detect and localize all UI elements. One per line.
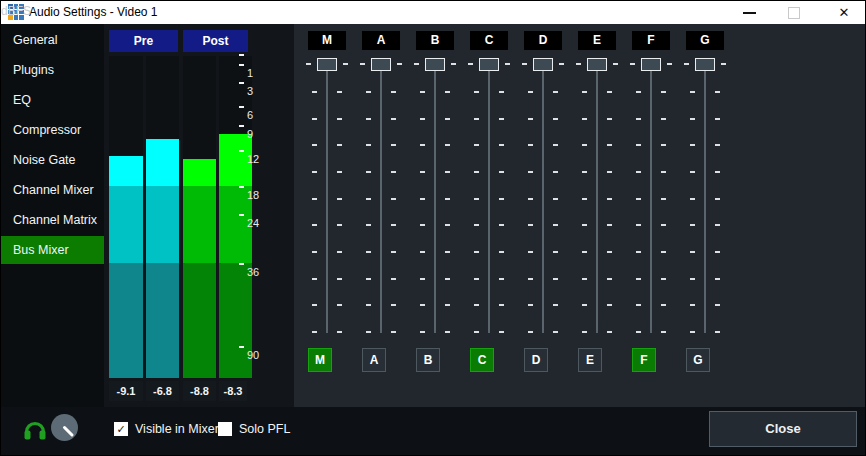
fader-track-e[interactable]	[596, 59, 598, 333]
fader-thumb-e[interactable]	[587, 58, 607, 71]
fader-tick	[607, 304, 612, 306]
sidebar-item-general[interactable]: General	[1, 26, 104, 54]
fader-thumb-g[interactable]	[695, 58, 715, 71]
fader-track-c[interactable]	[488, 59, 490, 333]
visible-in-mixer-checkbox[interactable]: ✓	[114, 422, 128, 436]
fader-tick	[576, 63, 581, 65]
fader-tick	[636, 118, 641, 120]
fader-tick	[715, 171, 720, 173]
fader-tick	[582, 144, 587, 146]
fader-tick	[312, 278, 317, 280]
fader-tick	[445, 224, 450, 226]
bus-button-m[interactable]: M	[308, 348, 332, 372]
fader-tick	[312, 118, 317, 120]
fader-track-f[interactable]	[650, 59, 652, 333]
fader-tick	[661, 91, 666, 93]
fader-thumb-f[interactable]	[641, 58, 661, 71]
fader-tick	[528, 224, 533, 226]
meter-readout: -9.1	[109, 381, 143, 401]
bus-button-c[interactable]: C	[470, 348, 494, 372]
fader-thumb-d[interactable]	[533, 58, 553, 71]
bus-button-d[interactable]: D	[524, 348, 548, 372]
meter-level-segment	[183, 263, 216, 378]
fader-tick	[528, 91, 533, 93]
fader-tick	[630, 63, 635, 65]
headphone-volume-knob[interactable]	[51, 414, 78, 441]
headphones-icon[interactable]	[23, 418, 47, 442]
fader-tick	[661, 331, 666, 333]
fader-tick	[391, 331, 396, 333]
bus-button-a[interactable]: A	[362, 348, 386, 372]
fader-tick	[607, 278, 612, 280]
fader-tick	[715, 304, 720, 306]
fader-tick	[499, 198, 504, 200]
fader-thumb-c[interactable]	[479, 58, 499, 71]
fader-track-a[interactable]	[380, 59, 382, 333]
fader-tick	[559, 63, 564, 65]
fader-tick	[582, 331, 587, 333]
fader-tick	[582, 198, 587, 200]
sidebar-item-eq[interactable]: EQ	[1, 86, 104, 114]
fader-tick	[661, 144, 666, 146]
fader-thumb-m[interactable]	[317, 58, 337, 71]
fader-tick	[715, 198, 720, 200]
fader-tick	[528, 118, 533, 120]
bus-button-e[interactable]: E	[578, 348, 602, 372]
sidebar-item-noise-gate[interactable]: Noise Gate	[1, 146, 104, 174]
fader-tick	[582, 278, 587, 280]
fader-tick	[499, 91, 504, 93]
fader-tick	[607, 171, 612, 173]
fader-thumb-b[interactable]	[425, 58, 445, 71]
fader-track-b[interactable]	[434, 59, 436, 333]
dbfs-unit-label: dBFS	[1, 1, 866, 21]
solo-pfl-label: Solo PFL	[239, 422, 290, 436]
fader-tick	[661, 118, 666, 120]
sidebar-item-bus-mixer[interactable]: Bus Mixer	[1, 236, 104, 264]
close-button[interactable]: Close	[709, 411, 857, 447]
bus-button-f[interactable]: F	[632, 348, 656, 372]
fader-tick	[420, 144, 425, 146]
fader-tick	[366, 304, 371, 306]
meter-level-segment	[146, 263, 179, 378]
sidebar-item-plugins[interactable]: Plugins	[1, 56, 104, 84]
fader-tick	[522, 63, 527, 65]
fader-tick	[337, 171, 342, 173]
sidebar-item-compressor[interactable]: Compressor	[1, 116, 104, 144]
fader-tick	[420, 224, 425, 226]
fader-tick	[445, 251, 450, 253]
fader-track-g[interactable]	[704, 59, 706, 333]
fader-tick	[337, 251, 342, 253]
bus-button-g[interactable]: G	[686, 348, 710, 372]
fader-tick	[420, 304, 425, 306]
fader-tick	[312, 331, 317, 333]
fader-tick	[474, 91, 479, 93]
sidebar-item-channel-matrix[interactable]: Channel Matrix	[1, 206, 104, 234]
fader-tick	[337, 144, 342, 146]
sidebar-item-channel-mixer[interactable]: Channel Mixer	[1, 176, 104, 204]
fader-tick	[690, 331, 695, 333]
meter-level-segment	[146, 186, 179, 263]
fader-tick	[636, 91, 641, 93]
fader-tick	[474, 144, 479, 146]
fader-tick	[636, 278, 641, 280]
meter-readout: -8.8	[183, 381, 216, 401]
scale-label: 12	[247, 153, 259, 165]
fader-header-f: F	[632, 31, 670, 50]
visible-in-mixer-label: Visible in Mixer	[135, 422, 219, 436]
fader-thumb-a[interactable]	[371, 58, 391, 71]
fader-tick	[474, 331, 479, 333]
fader-header-a: A	[362, 31, 400, 50]
fader-tick	[528, 278, 533, 280]
fader-tick	[636, 331, 641, 333]
fader-tick	[391, 198, 396, 200]
bus-button-b[interactable]: B	[416, 348, 440, 372]
fader-tick	[667, 63, 672, 65]
fader-tick	[391, 171, 396, 173]
solo-pfl-checkbox[interactable]	[218, 422, 232, 436]
fader-tick	[420, 118, 425, 120]
fader-tick	[613, 63, 618, 65]
fader-track-d[interactable]	[542, 59, 544, 333]
scale-tick	[239, 82, 244, 84]
fader-tick	[553, 144, 558, 146]
fader-track-m[interactable]	[326, 59, 328, 333]
